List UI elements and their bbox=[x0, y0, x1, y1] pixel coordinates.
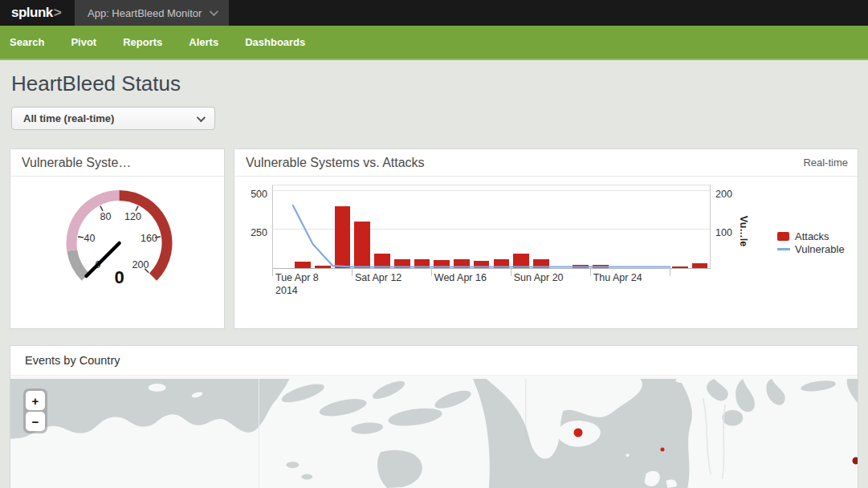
left-axis-label: 500 bbox=[234, 189, 267, 200]
x-axis-label: Sun Apr 20 bbox=[514, 272, 564, 283]
gauge-panel-title: Vulnerable Syste… bbox=[10, 149, 224, 177]
x-axis-label: Sat Apr 12 bbox=[355, 272, 401, 283]
x-axis-tick bbox=[590, 268, 591, 276]
chart-panel: Vulnerable Systems vs. Attacks Real-time… bbox=[234, 148, 858, 329]
zoom-out-button[interactable]: − bbox=[26, 412, 45, 431]
event-marker-right-edge[interactable] bbox=[852, 458, 858, 465]
gauge-tick-label: 40 bbox=[84, 233, 96, 244]
time-range-picker[interactable]: All time (real-time) bbox=[11, 107, 215, 130]
right-axis-title: Vu…le bbox=[738, 215, 749, 247]
top-app-bar: splunk> App: HeartBleed Monitor bbox=[0, 0, 868, 26]
splunk-logo[interactable]: splunk> bbox=[0, 0, 75, 26]
nav-item-dashboards[interactable]: Dashboards bbox=[245, 36, 305, 48]
left-axis-label: 250 bbox=[234, 227, 267, 238]
right-axis-label: 200 bbox=[715, 189, 732, 200]
x-axis-tick bbox=[352, 268, 352, 276]
time-range-label: All time (real-time) bbox=[23, 112, 114, 124]
x-axis-label: Wed Apr 16 bbox=[434, 272, 487, 283]
x-axis-label: Tue Apr 8 bbox=[275, 272, 319, 283]
event-marker-iceland[interactable] bbox=[573, 428, 582, 437]
bar-swatch-icon bbox=[777, 232, 789, 241]
x-axis-tick bbox=[511, 268, 511, 276]
nav-item-pivot[interactable]: Pivot bbox=[71, 36, 96, 48]
map-panel-title: Events by Country bbox=[10, 346, 858, 376]
event-marker-sweden[interactable] bbox=[661, 448, 665, 452]
combo-chart: Vu…le AttacksVulnerable 250100500200Tue … bbox=[234, 177, 858, 329]
chevron-down-icon bbox=[210, 7, 218, 16]
gauge-range-arc bbox=[71, 196, 120, 250]
chart-panel-title: Vulnerable Systems vs. Attacks bbox=[234, 149, 858, 177]
line-swatch-icon bbox=[777, 248, 790, 250]
chart-legend: AttacksVulnerable bbox=[777, 230, 845, 255]
page-title: HeartBleed Status bbox=[11, 71, 868, 96]
x-axis-tick bbox=[431, 268, 432, 276]
realtime-badge: Real-time bbox=[803, 149, 848, 176]
map-tiles bbox=[10, 376, 858, 488]
legend-item-attacks[interactable]: Attacks bbox=[777, 230, 845, 242]
world-map[interactable]: + − bbox=[10, 376, 858, 488]
plot-area bbox=[272, 185, 711, 269]
gauge-tick-label: 120 bbox=[124, 211, 141, 222]
vulnerable-line bbox=[293, 205, 670, 267]
gauge-tick-label: 200 bbox=[132, 259, 149, 270]
splunk-logo-text: splunk bbox=[11, 5, 53, 21]
legend-item-vulnerable[interactable]: Vulnerable bbox=[777, 242, 845, 255]
app-menu[interactable]: App: HeartBleed Monitor bbox=[75, 0, 229, 26]
legend-label: Attacks bbox=[795, 230, 829, 242]
nav-item-search[interactable]: Search bbox=[10, 36, 44, 48]
zoom-in-button[interactable]: + bbox=[26, 391, 45, 410]
nav-item-reports[interactable]: Reports bbox=[123, 36, 162, 48]
x-axis-tick bbox=[272, 268, 273, 276]
gauge-tick-label: 80 bbox=[100, 211, 112, 222]
splunk-logo-caret: > bbox=[54, 5, 62, 21]
gauge-range-arc bbox=[72, 250, 86, 277]
legend-label: Vulnerable bbox=[795, 243, 845, 255]
app-menu-label: App: HeartBleed Monitor bbox=[88, 7, 202, 19]
nav-item-alerts[interactable]: Alerts bbox=[189, 36, 218, 48]
gauge-tick bbox=[78, 237, 84, 238]
map-panel: Events by Country bbox=[10, 345, 858, 488]
radial-gauge[interactable]: 040801201602000 bbox=[10, 177, 224, 329]
gauge-tick-label: 160 bbox=[141, 233, 157, 244]
vulnerable-line-layer bbox=[273, 185, 710, 268]
x-axis-year-label: 2014 bbox=[275, 285, 298, 296]
main-nav: Search Pivot Reports Alerts Dashboards bbox=[0, 26, 868, 60]
gauge-panel: Vulnerable Syste… 040801201602000 bbox=[10, 148, 225, 329]
map-zoom-control: + − bbox=[23, 388, 47, 433]
gauge-value: 0 bbox=[114, 267, 124, 287]
right-axis-label: 100 bbox=[715, 227, 732, 238]
chevron-down-icon bbox=[197, 112, 206, 121]
x-axis-label: Thu Apr 24 bbox=[593, 272, 642, 283]
x-axis-tick bbox=[670, 268, 670, 276]
